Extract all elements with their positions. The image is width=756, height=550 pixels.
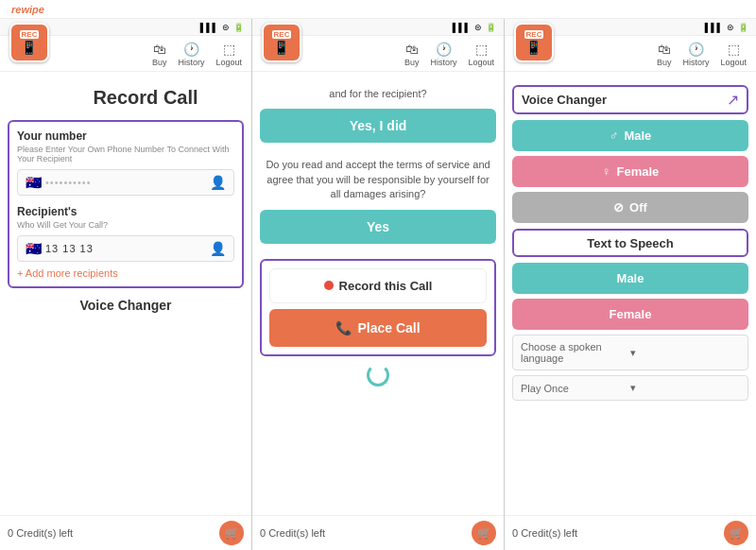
panel-voice-changer: ▌▌▌ ⊜ 🔋 REC 📱 🛍 Buy 🕐 History ⬚ bbox=[505, 19, 756, 550]
voice-changer-header-label: Voice Changer bbox=[522, 93, 607, 107]
voice-changer-header: Voice Changer ↗ bbox=[512, 85, 748, 114]
terms-text-2: Do you read and accept the terms of serv… bbox=[264, 158, 492, 201]
terms-text-1: and for the recipient? bbox=[264, 87, 492, 101]
nav-buy-1[interactable]: 🛍 Buy bbox=[152, 42, 167, 67]
play-dropdown[interactable]: Play Once ▾ bbox=[512, 375, 748, 401]
nav-buy-3[interactable]: 🛍 Buy bbox=[657, 42, 672, 67]
panel-record-this-call: ▌▌▌ ⊜ 🔋 REC 📱 🛍 Buy 🕐 History ⬚ bbox=[252, 19, 505, 550]
arrow-up-right-icon: ↗ bbox=[727, 91, 739, 109]
nav-logout-2[interactable]: ⬚ Logout bbox=[468, 42, 494, 67]
signal-icon-1: ▌▌▌ bbox=[200, 23, 218, 32]
panel1-content: Record Call Your number Please Enter You… bbox=[0, 72, 251, 515]
logout-icon-1: ⬚ bbox=[223, 42, 235, 57]
your-number-value: •••••••••• bbox=[45, 177, 210, 188]
tts-label: Text to Speech bbox=[587, 236, 674, 250]
app-logo-3: REC 📱 bbox=[514, 23, 554, 62]
panel3-content: Voice Changer ↗ ♂ Male ♀ Female ⊘ Off Te… bbox=[505, 72, 756, 515]
cart-button-2[interactable]: 🛒 bbox=[472, 521, 496, 545]
record-this-call-button[interactable]: Record this Call bbox=[269, 268, 487, 303]
page-title: Record Call bbox=[8, 87, 244, 109]
your-number-hint: Please Enter Your Own Phone Number To Co… bbox=[17, 145, 234, 163]
input-section: Your number Please Enter Your Own Phone … bbox=[8, 120, 244, 288]
app-title: rewipe bbox=[11, 4, 44, 15]
panel2-content: and for the recipient? Yes, I did Do you… bbox=[252, 72, 504, 515]
yes-button[interactable]: Yes bbox=[260, 210, 496, 244]
phone-nav-1: REC 📱 🛍 Buy 🕐 History ⬚ Logout bbox=[0, 36, 251, 72]
contact-icon-1: 👤 bbox=[210, 175, 226, 190]
voice-changer-section-title: Voice Changer bbox=[8, 298, 244, 313]
off-icon: ⊘ bbox=[613, 200, 624, 215]
wifi-icon-3: ⊜ bbox=[727, 23, 734, 32]
battery-icon-3: 🔋 bbox=[738, 23, 748, 32]
app-logo-1: REC 📱 bbox=[9, 23, 49, 62]
history-icon-1: 🕐 bbox=[183, 42, 199, 57]
your-number-input[interactable]: 🇦🇺 •••••••••• 👤 bbox=[17, 169, 234, 196]
nav-history-1[interactable]: 🕐 History bbox=[178, 42, 204, 67]
recipient-label: Recipient's bbox=[17, 205, 234, 218]
nav-buy-2[interactable]: 🛍 Buy bbox=[404, 42, 420, 67]
contact-icon-2: 👤 bbox=[210, 241, 226, 256]
tts-section: Text to Speech bbox=[512, 229, 748, 257]
recipient-input[interactable]: 🇦🇺 13 13 13 👤 bbox=[17, 235, 234, 262]
buy-icon-1: 🛍 bbox=[153, 42, 166, 57]
app-title-bar: rewipe bbox=[0, 0, 756, 19]
phone-nav-2: REC 📱 🛍 Buy 🕐 History ⬚ Logout bbox=[252, 36, 504, 72]
your-number-label: Your number bbox=[17, 129, 234, 143]
language-dropdown-value: Choose a spoken language bbox=[521, 341, 630, 364]
wifi-icon-2: ⊜ bbox=[474, 23, 482, 32]
buy-icon-3: 🛍 bbox=[658, 42, 671, 57]
nav-logout-3[interactable]: ⬚ Logout bbox=[720, 42, 747, 67]
flag-icon-2: 🇦🇺 bbox=[26, 241, 42, 256]
nav-history-3[interactable]: 🕐 History bbox=[682, 42, 709, 67]
credits-label-3: 0 Credit(s) left bbox=[512, 527, 577, 539]
cart-button-3[interactable]: 🛒 bbox=[724, 521, 748, 545]
loading-spinner bbox=[367, 364, 389, 387]
yes-i-did-button[interactable]: Yes, I did bbox=[260, 109, 496, 143]
panel3-bottom: 0 Credit(s) left 🛒 bbox=[505, 515, 756, 550]
buy-icon-2: 🛍 bbox=[405, 42, 419, 57]
phone-call-icon: 📞 bbox=[335, 320, 352, 335]
phone-nav-3: REC 📱 🛍 Buy 🕐 History ⬚ Logout bbox=[505, 36, 756, 72]
play-dropdown-value: Play Once bbox=[521, 383, 630, 394]
female-icon-1: ♀ bbox=[602, 164, 611, 179]
male-voice-button-2[interactable]: Male bbox=[512, 263, 748, 294]
panels-container: ▌▌▌ ⊜ 🔋 REC 📱 🛍 Buy 🕐 History ⬚ bbox=[0, 19, 756, 550]
panel1-bottom: 0 Credit(s) left 🛒 bbox=[0, 515, 251, 550]
credits-label-2: 0 Credit(s) left bbox=[260, 527, 325, 539]
language-dropdown[interactable]: Choose a spoken language ▾ bbox=[512, 335, 748, 370]
app-logo-2: REC 📱 bbox=[262, 23, 301, 62]
record-dot-icon bbox=[324, 281, 334, 290]
female-voice-button-2[interactable]: Female bbox=[512, 299, 748, 330]
cart-button-1[interactable]: 🛒 bbox=[219, 521, 244, 545]
male-voice-button-1[interactable]: ♂ Male bbox=[512, 120, 748, 151]
place-call-button[interactable]: 📞 Place Call bbox=[269, 309, 487, 347]
add-more-recipients[interactable]: + Add more recipients bbox=[17, 267, 234, 279]
logout-icon-3: ⬚ bbox=[728, 42, 740, 57]
flag-icon-1: 🇦🇺 bbox=[26, 175, 42, 190]
history-icon-3: 🕐 bbox=[688, 42, 704, 57]
panel-record-call: ▌▌▌ ⊜ 🔋 REC 📱 🛍 Buy 🕐 History ⬚ bbox=[0, 19, 252, 550]
wifi-icon-1: ⊜ bbox=[222, 23, 230, 32]
female-voice-button-1[interactable]: ♀ Female bbox=[512, 156, 748, 187]
recipient-hint: Who Will Get Your Call? bbox=[17, 220, 234, 230]
recipient-value: 13 13 13 bbox=[45, 243, 210, 254]
battery-icon-1: 🔋 bbox=[233, 23, 244, 32]
credits-label-1: 0 Credit(s) left bbox=[8, 527, 73, 539]
signal-icon-3: ▌▌▌ bbox=[705, 23, 723, 32]
panel2-bottom: 0 Credit(s) left 🛒 bbox=[252, 515, 504, 550]
nav-logout-1[interactable]: ⬚ Logout bbox=[215, 42, 242, 67]
male-icon-1: ♂ bbox=[610, 129, 619, 143]
record-section: Record this Call 📞 Place Call bbox=[260, 259, 496, 356]
chevron-down-icon-2: ▾ bbox=[630, 382, 740, 394]
history-icon-2: 🕐 bbox=[436, 42, 452, 57]
chevron-down-icon-1: ▾ bbox=[630, 347, 740, 359]
signal-icon-2: ▌▌▌ bbox=[453, 23, 471, 32]
off-voice-button[interactable]: ⊘ Off bbox=[512, 192, 748, 223]
battery-icon-2: 🔋 bbox=[486, 23, 496, 32]
nav-history-2[interactable]: 🕐 History bbox=[430, 42, 456, 67]
logout-icon-2: ⬚ bbox=[475, 42, 488, 57]
